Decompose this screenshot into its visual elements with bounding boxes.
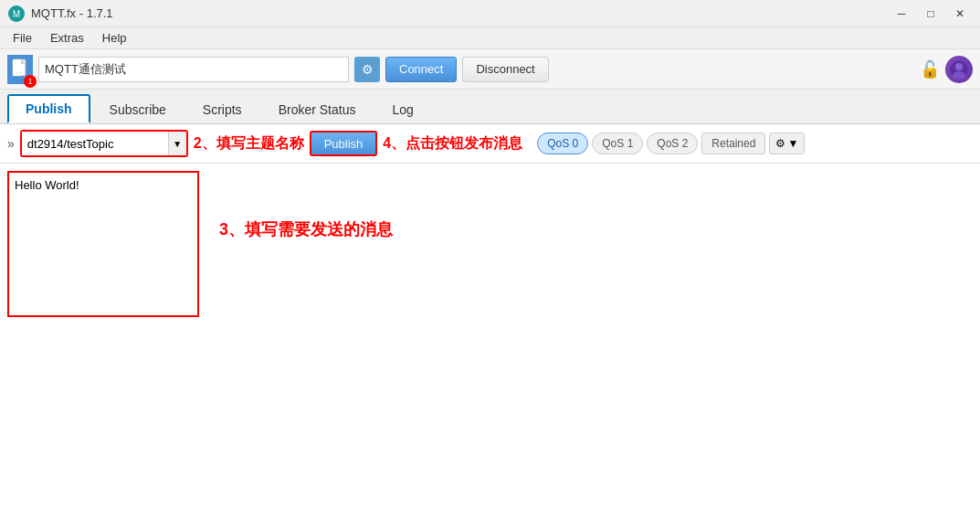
message-area: 3、填写需要发送的消息 [0, 164, 980, 520]
title-bar: M MQTT.fx - 1.7.1 ─ □ ✕ [0, 0, 980, 27]
advanced-settings-button[interactable]: ⚙ ▼ [769, 133, 805, 154]
dropdown-chevron-icon: ▼ [787, 137, 798, 150]
new-connection-button[interactable]: 1 [7, 55, 33, 84]
svg-point-6 [955, 63, 963, 70]
qos-group: QoS 0 QoS 1 QoS 2 Retained ⚙ ▼ [537, 133, 805, 154]
topic-dropdown-button[interactable]: ▼ [168, 132, 186, 155]
connect-button[interactable]: Connect [385, 57, 457, 82]
tab-publish[interactable]: Publish [7, 94, 90, 123]
menu-bar: File Extras Help [0, 27, 980, 49]
svg-rect-3 [13, 59, 21, 76]
publish-panel: » ▼ 2、填写主题名称 Publish 4、点击按钮发布消息 QoS 0 Qo… [0, 124, 980, 520]
disconnect-button[interactable]: Disconnect [462, 57, 548, 82]
restore-button[interactable]: □ [918, 5, 943, 23]
qos2-button[interactable]: QoS 2 [647, 133, 698, 154]
menu-extras[interactable]: Extras [41, 29, 93, 47]
close-button[interactable]: ✕ [947, 5, 973, 23]
retained-button[interactable]: Retained [701, 133, 765, 154]
annotation-3: 3、填写需要发送的消息 [219, 218, 393, 240]
annotation-4: 4、点击按钮发布消息 [383, 134, 522, 154]
tabs-bar: Publish Subscribe Scripts Broker Status … [0, 90, 980, 124]
topic-input-wrapper: ▼ [20, 130, 188, 157]
main-content: » ▼ 2、填写主题名称 Publish 4、点击按钮发布消息 QoS 0 Qo… [0, 124, 980, 520]
step-1-badge: 1 [24, 75, 37, 88]
tab-log[interactable]: Log [374, 94, 430, 123]
menu-file[interactable]: File [4, 29, 41, 47]
avatar [945, 56, 973, 83]
settings-gear-button[interactable]: ⚙ [354, 57, 380, 82]
lock-icon: 🔓 [920, 59, 940, 80]
message-input-wrapper [7, 171, 199, 317]
window-title: MQTT.fx - 1.7.1 [31, 6, 113, 20]
profile-input[interactable] [38, 57, 349, 82]
annotation-2: 2、填写主题名称 [194, 134, 304, 154]
svg-text:M: M [13, 9, 20, 19]
window-controls: ─ □ ✕ [889, 5, 973, 23]
topic-input[interactable] [22, 132, 168, 155]
tab-subscribe[interactable]: Subscribe [92, 94, 184, 123]
minimize-button[interactable]: ─ [889, 5, 914, 23]
forward-arrow-icon: » [7, 136, 15, 151]
publish-topic-button[interactable]: Publish [310, 131, 378, 156]
tab-broker-status[interactable]: Broker Status [261, 94, 374, 123]
qos1-button[interactable]: QoS 1 [592, 133, 643, 154]
connection-bar: 1 ⚙ Connect Disconnect 🔓 [0, 49, 980, 90]
qos0-button[interactable]: QoS 0 [537, 133, 588, 154]
avatar-icon [950, 60, 968, 79]
message-input[interactable] [9, 173, 197, 315]
menu-help[interactable]: Help [93, 29, 136, 47]
tab-scripts[interactable]: Scripts [185, 94, 259, 123]
app-icon: M [7, 5, 26, 23]
topic-bar: » ▼ 2、填写主题名称 Publish 4、点击按钮发布消息 QoS 0 Qo… [0, 124, 980, 164]
settings-icon: ⚙ [775, 137, 785, 150]
